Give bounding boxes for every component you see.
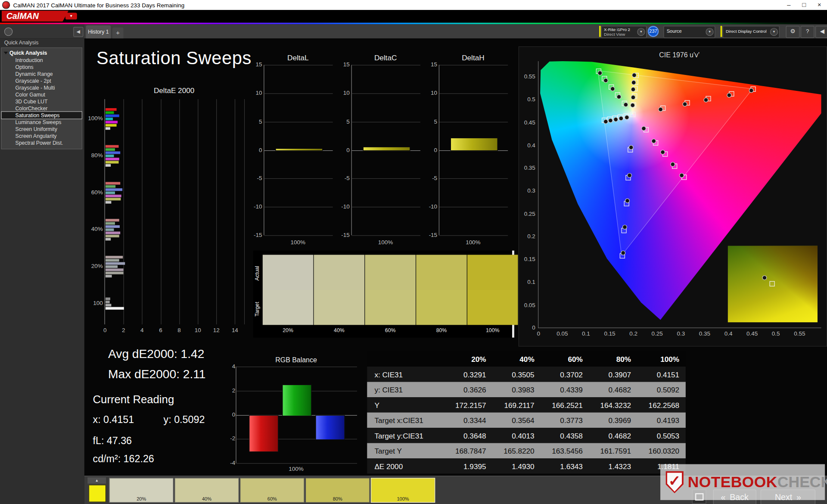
- gridline: [439, 178, 508, 179]
- display-control-dropdown[interactable]: Direct Display Control ▼: [723, 26, 780, 38]
- table-cell: 160.0320: [637, 447, 686, 455]
- cie-panel: CIE 1976 u'v' 00.050.10.150.20.250.30.35…: [519, 47, 827, 347]
- bottom-swatch-60%[interactable]: 60%: [240, 478, 304, 503]
- table-cell: 0.3626: [444, 385, 492, 394]
- restore-button[interactable]: □: [796, 0, 812, 10]
- deltal-xlabel: 100%: [264, 239, 332, 246]
- gridline: [439, 93, 508, 94]
- table-cell: 0.4193: [637, 416, 686, 425]
- y-tick-label: 0.45: [515, 119, 535, 125]
- x-tick-label: 14: [229, 327, 241, 333]
- x-tick-label: 0.5: [766, 330, 785, 337]
- cie-measured-marker: [652, 139, 656, 143]
- table-cell: 0.4339: [541, 385, 589, 394]
- tree-root-quick-analysis[interactable]: Quick Analysis: [2, 49, 82, 57]
- table-cell: 162.2568: [637, 401, 686, 409]
- reading-fl: fL: 47.36: [93, 435, 132, 447]
- sidebar-item-colorchecker[interactable]: ColorChecker: [2, 105, 82, 112]
- table-row-label: y: CIE31: [367, 385, 444, 394]
- table-header-cell: 20%: [444, 355, 492, 363]
- sidebar-item-grayscale-2pt[interactable]: Grayscale - 2pt: [2, 78, 82, 84]
- close-button[interactable]: ×: [812, 0, 827, 10]
- y-tick-label: 0.1: [515, 279, 535, 285]
- y-tick-label: 80%: [78, 152, 103, 159]
- sidebar-item-screen-angularity[interactable]: Screen Angularity: [2, 132, 82, 139]
- de-bar: [106, 231, 120, 234]
- gridline: [352, 93, 420, 94]
- collapse-panel-button[interactable]: ◀: [815, 26, 827, 38]
- de-bar: [106, 161, 119, 163]
- chevron-down-icon[interactable]: ▼: [706, 28, 713, 36]
- gridline: [352, 178, 420, 179]
- y-tick-label: 40%: [78, 226, 103, 232]
- gridline: [264, 235, 333, 236]
- add-tab-button[interactable]: +: [112, 28, 124, 39]
- gridline: [439, 207, 508, 207]
- de-bar: [106, 259, 119, 261]
- de-bar: [106, 148, 115, 150]
- source-dropdown[interactable]: Source ▼: [663, 26, 715, 38]
- y-tick-label: 0.4: [515, 142, 535, 148]
- bottom-swatch-100%[interactable]: 100%: [371, 478, 435, 503]
- cie-measured-marker: [627, 173, 631, 177]
- delta-bar: [275, 148, 323, 151]
- table-row-label: Target x:CIE31: [367, 416, 444, 425]
- gridline: [179, 99, 180, 324]
- y-tick-label: 0.55: [515, 73, 535, 80]
- help-icon: ?: [806, 28, 809, 34]
- pin-button[interactable]: [4, 28, 13, 36]
- help-button[interactable]: ?: [801, 26, 815, 38]
- cie-measured-marker: [631, 87, 635, 92]
- x-tick-label: 8: [173, 327, 185, 333]
- current-reading-label: Current Reading: [93, 393, 174, 405]
- bottom-swatch-80%[interactable]: 80%: [305, 478, 370, 503]
- settings-button[interactable]: ⚙: [786, 26, 800, 38]
- reading-count-badge[interactable]: 237: [648, 26, 659, 37]
- sweep-swatch-100%: [467, 255, 518, 325]
- logo-menu-arrow-icon[interactable]: ▼: [65, 12, 77, 19]
- sidebar-item-luminance-sweeps[interactable]: Luminance Sweeps: [2, 119, 82, 126]
- bottom-swatch-40%[interactable]: 40%: [174, 478, 239, 503]
- y-tick-label: 10: [335, 90, 350, 96]
- chevron-down-icon[interactable]: ▼: [637, 28, 645, 36]
- sidebar-item-options[interactable]: Options: [2, 64, 82, 71]
- de-bar: [106, 151, 120, 154]
- bottom-swatch-20%[interactable]: 20%: [109, 478, 173, 503]
- minimize-button[interactable]: –: [781, 0, 796, 10]
- measurement-table: 20%40%60%80%100%x: CIE310.32910.35050.37…: [367, 352, 686, 474]
- de-bar: [106, 225, 120, 227]
- y-tick-label: 15: [423, 61, 437, 68]
- sidebar-item-dynamic-range[interactable]: Dynamic Range: [2, 71, 82, 78]
- main-content: Saturation Sweeps DeltaE 2000 0246810121…: [84, 38, 827, 476]
- tab-history-1[interactable]: History 1: [86, 25, 111, 39]
- cie-measured-marker: [631, 95, 635, 100]
- sidebar-item-introduction[interactable]: Introduction: [2, 57, 82, 64]
- watermark-notebook: NOTEBOOK: [688, 473, 777, 491]
- sidebar-item-screen-uniformity[interactable]: Screen Uniformity: [2, 125, 82, 132]
- calman-logo[interactable]: CalMAN: [2, 10, 69, 22]
- y-tick-label: 5: [335, 118, 350, 124]
- sidebar-item-3d-cube-lut[interactable]: 3D Cube LUT: [2, 98, 82, 105]
- cie-measured-marker: [603, 119, 608, 124]
- gridline: [439, 235, 508, 236]
- sidebar-item-grayscale-multi[interactable]: Grayscale - Multi: [2, 84, 82, 91]
- delta-bar: [363, 146, 410, 151]
- meter-dropdown[interactable]: X-Rite i1Pro 2 Direct View ▼: [601, 26, 647, 38]
- current-patch-swatch[interactable]: [89, 485, 106, 502]
- sweep-swatch-20%: [263, 255, 314, 325]
- deltal-plot: 151050-5-10-15: [264, 65, 333, 236]
- gridline: [161, 99, 161, 324]
- sidebar-item-saturation-sweeps[interactable]: Saturation Sweeps: [2, 112, 82, 119]
- chevron-down-icon[interactable]: ▼: [770, 28, 778, 36]
- x-tick-label: 0.35: [695, 330, 714, 337]
- sidebar-item-color-gamut[interactable]: Color Gamut: [2, 91, 82, 98]
- sidebar-item-spectral-power-dist[interactable]: Spectral Power Dist.: [2, 139, 82, 146]
- x-tick-label: 0.25: [648, 330, 667, 337]
- table-row: Target Y168.7847165.8220163.5456161.7591…: [367, 443, 686, 459]
- collapse-sidebar-button[interactable]: ◀: [73, 27, 83, 37]
- y-tick-label: 15: [335, 61, 350, 68]
- patch-popup-handle[interactable]: ▲: [87, 477, 106, 484]
- x-tick-label: 12: [210, 327, 223, 333]
- de-bar: [106, 154, 114, 157]
- bottom-swatch-label: 20%: [110, 496, 173, 501]
